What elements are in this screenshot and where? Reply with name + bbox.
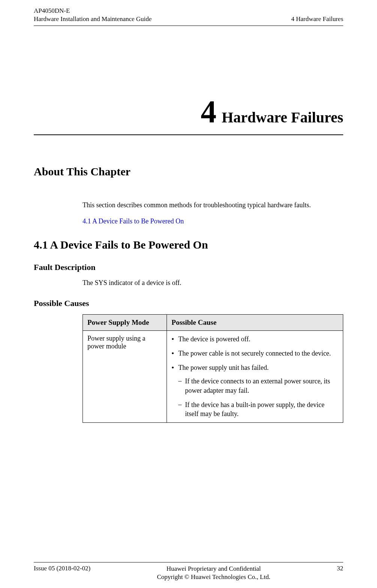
possible-causes-heading: Possible Causes bbox=[34, 299, 343, 308]
section-4-1-heading: 4.1 A Device Fails to Be Powered On bbox=[34, 238, 343, 251]
cause-item: The power cable is not securely connecte… bbox=[171, 349, 338, 358]
footer-page: 32 bbox=[337, 565, 343, 581]
footer-copyright: Copyright © Huawei Technologies Co., Ltd… bbox=[157, 573, 270, 581]
cell-causes: The device is powered off. The power cab… bbox=[167, 330, 343, 422]
table-header-row: Power Supply Mode Possible Cause bbox=[83, 314, 343, 330]
possible-causes-table: Power Supply Mode Possible Cause Power s… bbox=[83, 314, 343, 423]
footer-issue: Issue 05 (2018-02-02) bbox=[34, 565, 90, 581]
product-name: AP4050DN-E bbox=[34, 7, 152, 15]
chapter-number: 4 bbox=[201, 94, 216, 129]
chapter-title-block: 4 Hardware Failures bbox=[34, 93, 343, 135]
col-power-supply-mode: Power Supply Mode bbox=[83, 314, 167, 330]
cause-item: The device is powered off. bbox=[171, 335, 338, 344]
footer-center: Huawei Proprietary and Confidential Copy… bbox=[157, 565, 270, 581]
about-heading: About This Chapter bbox=[34, 165, 343, 178]
causes-list: The device is powered off. The power cab… bbox=[171, 335, 338, 419]
cause-text: The power supply unit has failed. bbox=[178, 364, 269, 371]
page-footer: Issue 05 (2018-02-02) Huawei Proprietary… bbox=[34, 562, 343, 581]
table-row: Power supply using a power module The de… bbox=[83, 330, 343, 422]
guide-name: Hardware Installation and Maintenance Gu… bbox=[34, 15, 152, 23]
col-possible-cause: Possible Cause bbox=[167, 314, 343, 330]
footer-confidential: Huawei Proprietary and Confidential bbox=[157, 565, 270, 573]
cell-mode: Power supply using a power module bbox=[83, 330, 167, 422]
fault-description-heading: Fault Description bbox=[34, 262, 343, 272]
chapter-title: Hardware Failures bbox=[222, 109, 343, 126]
sub-cause-item: If the device has a built-in power suppl… bbox=[178, 400, 338, 419]
page-header: AP4050DN-E Hardware Installation and Mai… bbox=[34, 0, 343, 26]
about-text: This section describes common methods fo… bbox=[83, 201, 343, 210]
cause-item: The power supply unit has failed. If the… bbox=[171, 363, 338, 418]
sub-cause-item: If the device connects to an external po… bbox=[178, 377, 338, 395]
sub-causes-list: If the device connects to an external po… bbox=[178, 377, 338, 418]
header-left: AP4050DN-E Hardware Installation and Mai… bbox=[34, 7, 152, 23]
header-section: 4 Hardware Failures bbox=[291, 15, 343, 23]
section-link-4-1[interactable]: 4.1 A Device Fails to Be Powered On bbox=[83, 217, 184, 225]
fault-description-text: The SYS indicator of a device is off. bbox=[83, 278, 343, 288]
